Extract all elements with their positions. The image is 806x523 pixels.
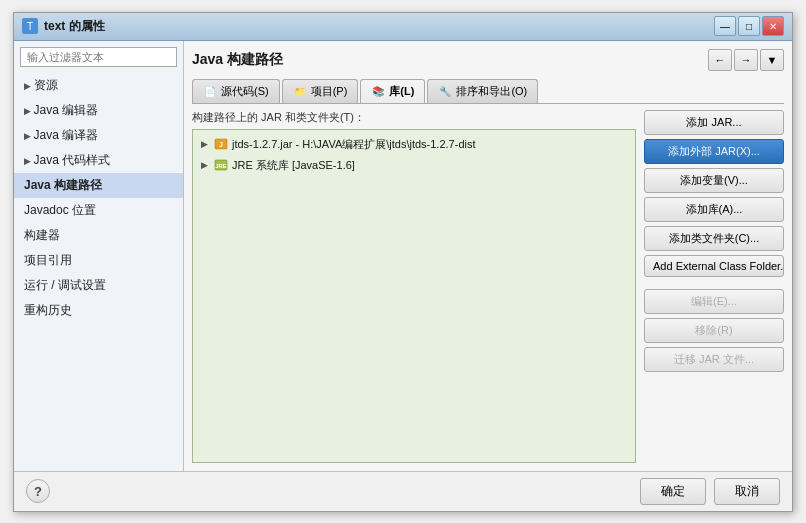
- main-panel: Java 构建路径 ← → ▼ 📄源代码(S)📁项目(P)📚库(L)🔧排序和导出…: [184, 41, 792, 471]
- svg-text:JRE: JRE: [215, 163, 227, 169]
- nav-back-button[interactable]: ←: [708, 49, 732, 71]
- panel-title: Java 构建路径: [192, 51, 283, 69]
- tabs-row: 📄源代码(S)📁项目(P)📚库(L)🔧排序和导出(O): [192, 79, 784, 104]
- jar-item-icon-1: JRE: [214, 158, 228, 172]
- action-btn-5[interactable]: Add External Class Folder...: [644, 255, 784, 277]
- nav-dropdown-button[interactable]: ▼: [760, 49, 784, 71]
- content-area: 资源Java 编辑器Java 编译器Java 代码样式Java 构建路径Java…: [14, 41, 792, 471]
- jar-item-text-0: jtds-1.2.7.jar - H:\JAVA编程扩展\jtds\jtds-1…: [232, 137, 476, 152]
- tab-2[interactable]: 📚库(L): [360, 79, 425, 103]
- tab-icon-2: 📚: [371, 84, 385, 98]
- bottom-left: ?: [26, 479, 50, 503]
- action-btn-7: 移除(R): [644, 318, 784, 343]
- sidebar-items: 资源Java 编辑器Java 编译器Java 代码样式Java 构建路径Java…: [14, 73, 183, 471]
- action-btn-6: 编辑(E)...: [644, 289, 784, 314]
- sidebar-item-9[interactable]: 重构历史: [14, 298, 183, 323]
- panel-header: Java 构建路径 ← → ▼: [192, 49, 784, 71]
- tab-icon-0: 📄: [203, 84, 217, 98]
- sidebar-item-3[interactable]: Java 代码样式: [14, 148, 183, 173]
- tab-label-3: 排序和导出(O): [456, 84, 527, 99]
- jar-item-1[interactable]: ▶JREJRE 系统库 [JavaSE-1.6]: [197, 155, 631, 176]
- sidebar-item-4[interactable]: Java 构建路径: [14, 173, 183, 198]
- jar-arrow-1: ▶: [201, 160, 208, 170]
- help-button[interactable]: ?: [26, 479, 50, 503]
- tab-1[interactable]: 📁项目(P): [282, 79, 359, 103]
- title-controls: — □ ✕: [714, 16, 784, 36]
- bottom-bar: ? 确定 取消: [14, 471, 792, 511]
- tab-icon-3: 🔧: [438, 84, 452, 98]
- btn-spacer-6: [644, 281, 784, 285]
- title-bar-left: T text 的属性: [22, 18, 105, 35]
- action-btn-4[interactable]: 添加类文件夹(C)...: [644, 226, 784, 251]
- action-btn-8: 迁移 JAR 文件...: [644, 347, 784, 372]
- action-btn-1[interactable]: 添加外部 JAR(X)...: [644, 139, 784, 164]
- sidebar-item-5[interactable]: Javadoc 位置: [14, 198, 183, 223]
- jar-label: 构建路径上的 JAR 和类文件夹(T)：: [192, 110, 636, 125]
- filter-input[interactable]: [20, 47, 177, 67]
- buttons-panel: 添加 JAR...添加外部 JAR(X)...添加变量(V)...添加库(A).…: [644, 110, 784, 463]
- action-btn-0[interactable]: 添加 JAR...: [644, 110, 784, 135]
- nav-forward-button[interactable]: →: [734, 49, 758, 71]
- tab-3[interactable]: 🔧排序和导出(O): [427, 79, 538, 103]
- tab-label-2: 库(L): [389, 84, 414, 99]
- maximize-button[interactable]: □: [738, 16, 760, 36]
- main-window: T text 的属性 — □ ✕ 资源Java 编辑器Java 编译器Java …: [13, 12, 793, 512]
- jar-arrow-0: ▶: [201, 139, 208, 149]
- jar-item-0[interactable]: ▶Jjtds-1.2.7.jar - H:\JAVA编程扩展\jtds\jtds…: [197, 134, 631, 155]
- sidebar-item-0[interactable]: 资源: [14, 73, 183, 98]
- close-button[interactable]: ✕: [762, 16, 784, 36]
- svg-text:J: J: [219, 141, 223, 148]
- sidebar-item-7[interactable]: 项目引用: [14, 248, 183, 273]
- cancel-button[interactable]: 取消: [714, 478, 780, 505]
- nav-buttons: ← → ▼: [708, 49, 784, 71]
- tab-label-1: 项目(P): [311, 84, 348, 99]
- sidebar: 资源Java 编辑器Java 编译器Java 代码样式Java 构建路径Java…: [14, 41, 184, 471]
- bottom-right: 确定 取消: [640, 478, 780, 505]
- sidebar-item-6[interactable]: 构建器: [14, 223, 183, 248]
- jar-item-text-1: JRE 系统库 [JavaSE-1.6]: [232, 158, 355, 173]
- minimize-button[interactable]: —: [714, 16, 736, 36]
- tab-icon-1: 📁: [293, 84, 307, 98]
- action-btn-3[interactable]: 添加库(A)...: [644, 197, 784, 222]
- jar-item-icon-0: J: [214, 137, 228, 151]
- jar-list[interactable]: ▶Jjtds-1.2.7.jar - H:\JAVA编程扩展\jtds\jtds…: [192, 129, 636, 463]
- tab-0[interactable]: 📄源代码(S): [192, 79, 280, 103]
- action-btn-2[interactable]: 添加变量(V)...: [644, 168, 784, 193]
- sidebar-item-8[interactable]: 运行 / 调试设置: [14, 273, 183, 298]
- sidebar-item-2[interactable]: Java 编译器: [14, 123, 183, 148]
- tab-label-0: 源代码(S): [221, 84, 269, 99]
- jar-panel: 构建路径上的 JAR 和类文件夹(T)： ▶Jjtds-1.2.7.jar - …: [192, 110, 636, 463]
- ok-button[interactable]: 确定: [640, 478, 706, 505]
- main-content: 构建路径上的 JAR 和类文件夹(T)： ▶Jjtds-1.2.7.jar - …: [192, 110, 784, 463]
- title-bar: T text 的属性 — □ ✕: [14, 13, 792, 41]
- sidebar-item-1[interactable]: Java 编辑器: [14, 98, 183, 123]
- window-title: text 的属性: [44, 18, 105, 35]
- window-icon: T: [22, 18, 38, 34]
